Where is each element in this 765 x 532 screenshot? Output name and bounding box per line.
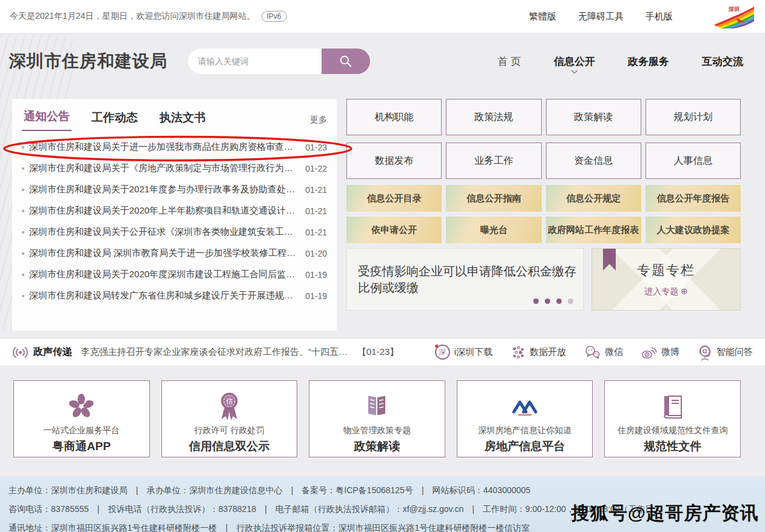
traditional-chinese-link[interactable]: 繁體版 bbox=[529, 11, 556, 22]
wechat-label: 微信 bbox=[605, 346, 623, 358]
grid-btn-business-work[interactable]: 业务工作 bbox=[446, 143, 541, 179]
carousel-headline[interactable]: 受疫情影响企业可以申请降低公积金缴存比例或缓缴 bbox=[358, 263, 583, 296]
smart-qa-link[interactable]: 智能问答 bbox=[698, 345, 753, 360]
site-title: 深圳市住房和建设局 bbox=[9, 50, 167, 73]
news-title[interactable]: 深圳市住房和建设局关于进一步加强我市商品住房购房资格审查和... bbox=[29, 141, 298, 153]
news-title[interactable]: 深圳市住房和建设局 深圳市教育局关于进一步加强学校装修工程质... bbox=[29, 247, 298, 259]
news-date: 01-21 bbox=[305, 206, 327, 216]
smart-qa-label: 智能问答 bbox=[716, 346, 753, 358]
news-title[interactable]: 深圳市住房和建设局关于2020年度深圳市建设工程施工合同后监管... bbox=[29, 269, 298, 280]
nav-home[interactable]: 首 页 bbox=[497, 55, 521, 69]
news-row[interactable]: 深圳市住房和建设局 深圳市教育局关于进一步加强学校装修工程质... 01-20 bbox=[22, 243, 327, 264]
nav-gov-services[interactable]: 政务服务 bbox=[628, 55, 669, 69]
news-title[interactable]: 深圳市住房和建设局关于2020年上半年勘察项目和轨道交通设计项... bbox=[29, 205, 298, 217]
news-title[interactable]: 深圳市住房和建设局转发广东省住房和城乡建设厅关于开展违规海... bbox=[29, 290, 298, 301]
news-title[interactable]: 深圳市住房和建设局关于《房地产政策制定与市场管理行政行为规... bbox=[29, 163, 298, 174]
grid-btn-data-release[interactable]: 数据发布 bbox=[346, 143, 442, 179]
news-date: 01-22 bbox=[305, 164, 327, 173]
card-normative-documents[interactable]: 住房建设领域规范性文件查询 规范性文件 bbox=[604, 380, 741, 457]
chevron-down-icon bbox=[570, 69, 579, 74]
info-grid-column: 机构职能 政策法规 政策解读 规划计划 数据发布 业务工作 资金信息 人事信息 … bbox=[346, 99, 741, 331]
closed-book-icon bbox=[660, 393, 686, 420]
notice-panel: 通知公告 工作动态 执法文书 更多 深圳市住房和建设局关于进一步加强我市商品住房… bbox=[12, 99, 337, 331]
logo-text: 深圳 bbox=[728, 6, 740, 12]
card-policy-interpretation[interactable]: 物业管理政策专题 政策解读 bbox=[309, 380, 445, 457]
grid-btn-plans[interactable]: 规划计划 bbox=[645, 99, 741, 135]
grid-btn-disclosure-on-request[interactable]: 依申请公开 bbox=[346, 217, 442, 243]
wechat-icon bbox=[584, 345, 601, 359]
grid-btn-exposure-platform[interactable]: 曝光台 bbox=[446, 217, 541, 243]
news-title[interactable]: 深圳市住房和建设局关于公开征求《深圳市各类物业建筑安装工程... bbox=[29, 226, 298, 238]
white-button-grid: 机构职能 政策法规 政策解读 规划计划 数据发布 业务工作 资金信息 人事信息 bbox=[346, 99, 741, 179]
card-subtitle: 住房建设领域规范性文件查询 bbox=[605, 425, 740, 436]
news-row[interactable]: 深圳市住房和建设局关于2020年上半年勘察项目和轨道交通设计项... 01-21 bbox=[22, 200, 327, 221]
wechat-link[interactable]: 微信 bbox=[584, 345, 623, 359]
special-topics-title: 专题专栏 bbox=[637, 261, 695, 280]
enter-topics-label: 进入专题 bbox=[644, 286, 678, 296]
ishenzhen-label: i深圳下载 bbox=[454, 346, 493, 358]
ipv6-badge[interactable]: IPv6 bbox=[261, 11, 287, 22]
enter-topics-link[interactable]: 进入专题 ⊕ bbox=[644, 286, 688, 297]
real-estate-logo-icon bbox=[510, 396, 540, 417]
carousel-dot-3[interactable] bbox=[556, 298, 562, 304]
nav-info-disclosure[interactable]: 信息公开 bbox=[554, 55, 595, 69]
search-button[interactable] bbox=[322, 49, 370, 74]
carousel-dot-4[interactable] bbox=[568, 298, 573, 304]
special-topics-box[interactable]: 专题专栏 进入专题 ⊕ bbox=[591, 248, 741, 311]
tab-enforcement-docs[interactable]: 执法文书 bbox=[158, 110, 207, 131]
card-yueshangtong-app[interactable]: 一站式企业服务平台 粤商通APP bbox=[13, 380, 150, 457]
news-date: 01-19 bbox=[305, 270, 327, 280]
voice-relay-date: 【01-23】 bbox=[357, 346, 399, 358]
search-input[interactable] bbox=[188, 49, 322, 74]
card-title: 政策解读 bbox=[309, 439, 445, 454]
news-row[interactable]: 深圳市住房和建设局关于2021年度参与办理行政事务及协助查处建... 01-21 bbox=[22, 179, 327, 200]
sohu-watermark: 搜狐号@超哥房产资讯 bbox=[571, 501, 759, 526]
grid-btn-disclosure-rules[interactable]: 信息公开规定 bbox=[546, 185, 641, 212]
card-title: 规范性文件 bbox=[605, 439, 740, 454]
card-real-estate-platform[interactable]: 深圳房地产信息让你知道 房地产信息平台 bbox=[457, 380, 593, 457]
news-row[interactable]: 深圳市住房和建设局关于公开征求《深圳市各类物业建筑安装工程... 01-21 bbox=[22, 221, 327, 243]
search-icon bbox=[339, 54, 353, 69]
news-row[interactable]: 深圳市住房和建设局关于《房地产政策制定与市场管理行政行为规... 01-22 bbox=[22, 158, 327, 179]
kapok-flower-icon bbox=[67, 392, 95, 420]
news-title[interactable]: 深圳市住房和建设局关于2021年度参与办理行政事务及协助查处建... bbox=[29, 184, 298, 195]
grid-btn-personnel-info[interactable]: 人事信息 bbox=[645, 143, 741, 179]
nav-interaction[interactable]: 互动交流 bbox=[702, 55, 743, 69]
carousel-dot-1[interactable] bbox=[533, 298, 539, 304]
grid-btn-website-annual-report[interactable]: 政府网站工作年度报表 bbox=[546, 217, 641, 243]
tab-notices[interactable]: 通知公告 bbox=[22, 109, 72, 131]
weibo-link[interactable]: 微博 bbox=[641, 345, 679, 360]
mobile-version-link[interactable]: 手机版 bbox=[645, 11, 673, 22]
banner-row: 受疫情影响企业可以申请降低公积金缴存比例或缓缴 专题专栏 进入专题 bbox=[346, 248, 741, 311]
carousel-dot-2[interactable] bbox=[545, 298, 550, 304]
tab-work-updates[interactable]: 工作动态 bbox=[90, 110, 140, 131]
carousel-banner[interactable]: 受疫情影响企业可以申请降低公积金缴存比例或缓缴 bbox=[346, 248, 584, 311]
news-row[interactable]: 深圳市住房和建设局转发广东省住房和城乡建设厅关于开展违规海... 01-19 bbox=[22, 285, 327, 306]
ishenzhen-badge-char: 深 bbox=[439, 347, 446, 357]
news-row[interactable]: 深圳市住房和建设局关于进一步加强我市商品住房购房资格审查和... 01-23 bbox=[22, 136, 327, 158]
grid-btn-policies-laws[interactable]: 政策法规 bbox=[446, 99, 541, 135]
grid-btn-policy-interpretation[interactable]: 政策解读 bbox=[546, 99, 641, 135]
open-data-link[interactable]: 数据开放 bbox=[511, 345, 566, 360]
bullet-icon bbox=[22, 231, 24, 234]
bullet-icon bbox=[22, 295, 24, 297]
grid-btn-annual-report[interactable]: 信息公开年度报告 bbox=[645, 185, 741, 212]
voice-relay-headline[interactable]: 李克强主持召开专家企业家座谈会征求对政府工作报告、“十四五”... bbox=[81, 346, 348, 358]
quick-links: 深 i深圳下载 数据开放 微信 bbox=[435, 345, 753, 360]
news-row[interactable]: 深圳市住房和建设局关于2020年度深圳市建设工程施工合同后监管... 01-19 bbox=[22, 264, 327, 285]
bullet-icon bbox=[22, 167, 24, 170]
grid-btn-funding-info[interactable]: 资金信息 bbox=[546, 143, 641, 179]
grid-btn-org-functions[interactable]: 机构职能 bbox=[346, 99, 442, 135]
medal-badge-char: 信 bbox=[226, 397, 232, 405]
ishenzhen-download-link[interactable]: 深 i深圳下载 bbox=[435, 345, 493, 360]
accessibility-tools-link[interactable]: 无障碍工具 bbox=[578, 11, 624, 22]
news-date: 01-20 bbox=[305, 249, 327, 258]
card-title: 房地产信息平台 bbox=[457, 439, 593, 454]
grid-btn-disclosure-catalog[interactable]: 信息公开目录 bbox=[346, 185, 442, 212]
more-link[interactable]: 更多 bbox=[310, 115, 327, 131]
card-credit-disclosure[interactable]: 信 行政许可 行政处罚 信用信息双公示 bbox=[161, 380, 298, 457]
data-open-icon bbox=[511, 345, 525, 360]
shenzhen-city-logo[interactable]: 深圳 bbox=[712, 4, 755, 29]
grid-btn-npc-cppcc-proposals[interactable]: 人大建议政协提案 bbox=[645, 217, 741, 243]
grid-btn-disclosure-guide[interactable]: 信息公开指南 bbox=[446, 185, 541, 212]
